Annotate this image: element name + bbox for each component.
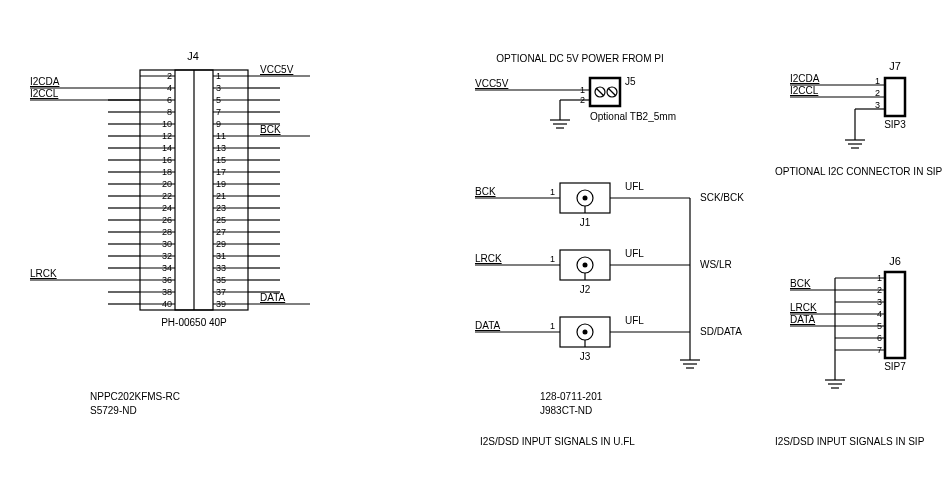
j4-pin-left: 2 xyxy=(167,71,172,81)
j4-pin-right: 13 xyxy=(216,143,226,153)
j4-pin-left: 14 xyxy=(162,143,172,153)
j4-pin-left: 24 xyxy=(162,203,172,213)
j4-pin-left: 10 xyxy=(162,119,172,129)
j5-pin2: 2 xyxy=(580,95,585,105)
j4-block: J4 2143658710912111413161518172019222124… xyxy=(30,50,310,416)
j3-refdes: J3 xyxy=(580,351,591,362)
j7-footprint: SIP3 xyxy=(884,119,906,130)
j4-net-bck: BCK xyxy=(248,124,310,136)
svg-point-109 xyxy=(583,263,588,268)
svg-line-93 xyxy=(608,88,616,96)
j5-refdes: J5 xyxy=(625,76,636,87)
j4-footprint: PH-00650 40P xyxy=(161,317,227,328)
j4-pin-left: 16 xyxy=(162,155,172,165)
j4-pin-left: 38 xyxy=(162,287,172,297)
j4-pin-left: 6 xyxy=(167,95,172,105)
j3-in: DATA xyxy=(475,320,501,331)
svg-point-102 xyxy=(583,196,588,201)
j4-pin-right: 5 xyxy=(216,95,221,105)
j1-refdes: J1 xyxy=(580,217,591,228)
j5-pin1: 1 xyxy=(580,85,585,95)
j4-pin-left: 18 xyxy=(162,167,172,177)
j7-i2ccl: I2CCL xyxy=(790,85,819,96)
svg-rect-127 xyxy=(885,272,905,358)
j4-net-i2ccl: I2CCL xyxy=(30,88,140,100)
svg-text:1: 1 xyxy=(550,254,555,264)
j3-out: SD/DATA xyxy=(700,326,742,337)
svg-text:1: 1 xyxy=(550,321,555,331)
j4-pin-right: 3 xyxy=(216,83,221,93)
svg-text:1: 1 xyxy=(550,187,555,197)
j4-pin-left: 30 xyxy=(162,239,172,249)
j7-i2cda: I2CDA xyxy=(790,73,820,84)
j4-pin-left: 36 xyxy=(162,275,172,285)
j6-bck: BCK xyxy=(790,278,811,289)
j4-pin-right: 31 xyxy=(216,251,226,261)
j5-block: OPTIONAL DC 5V POWER FROM PI VCC5V 1 2 J… xyxy=(475,53,676,128)
j4-pin-right: 37 xyxy=(216,287,226,297)
j2-out: WS/LR xyxy=(700,259,732,270)
j7-refdes: J7 xyxy=(889,60,901,72)
j4-refdes: J4 xyxy=(187,50,199,62)
j7-pin3: 3 xyxy=(875,100,880,110)
j4-vcc5v-label: VCC5V xyxy=(260,64,294,75)
j4-pin-right: 23 xyxy=(216,203,226,213)
j4-pin-right: 33 xyxy=(216,263,226,273)
j6-refdes: J6 xyxy=(889,255,901,267)
j6-footprint: SIP7 xyxy=(884,361,906,372)
j4-pin-right: 17 xyxy=(216,167,226,177)
j2-refdes: J2 xyxy=(580,284,591,295)
ufl-j3: DATA 1 J3 UFL SD/DATA xyxy=(475,315,742,362)
j6-data: DATA xyxy=(790,314,816,325)
j2-in: LRCK xyxy=(475,253,502,264)
j4-pin-right: 15 xyxy=(216,155,226,165)
j4-pin-left: 4 xyxy=(167,83,172,93)
j4-pin-right: 1 xyxy=(216,71,221,81)
j4-net-vcc5v: VCC5V xyxy=(248,64,310,76)
j2-type: UFL xyxy=(625,248,644,259)
j4-pin-right: 7 xyxy=(216,107,221,117)
j6-lrck: LRCK xyxy=(790,302,817,313)
j4-net-i2cda: I2CDA xyxy=(30,76,140,88)
j4-data-label: DATA xyxy=(260,292,286,303)
j4-pin-left: 20 xyxy=(162,179,172,189)
j4-pin-right: 39 xyxy=(216,299,226,309)
j4-pin-left: 28 xyxy=(162,227,172,237)
j5-title: OPTIONAL DC 5V POWER FROM PI xyxy=(496,53,663,64)
j4-lrck-label: LRCK xyxy=(30,268,57,279)
j7-pin2: 2 xyxy=(875,88,880,98)
ground-icon xyxy=(825,380,845,388)
j7-block: J7 1 2 3 I2CDA I2CCL SIP3 OPTIONAL I2C C… xyxy=(775,60,943,177)
j4-i2cda-label: I2CDA xyxy=(30,76,60,87)
ufl-block: BCK 1 J1 UFL SCK/BCK LRCK 1 J2 UFL WS/LR xyxy=(475,181,744,447)
j1-in: BCK xyxy=(475,186,496,197)
j5-footprint: Optional TB2_5mm xyxy=(590,111,676,122)
j4-net-data: DATA xyxy=(248,292,310,304)
j4-i2ccl-label: I2CCL xyxy=(30,88,59,99)
j4-pin-left: 40 xyxy=(162,299,172,309)
j6-block: J6 1234567 BCK LRCK DATA SIP7 I2S/DSD IN… xyxy=(775,255,925,447)
j7-caption: OPTIONAL I2C CONNECTOR IN SIP xyxy=(775,166,943,177)
j4-pin-right: 21 xyxy=(216,191,226,201)
j4-pn1: NPPC202KFMS-RC xyxy=(90,391,180,402)
j4-pin-left: 12 xyxy=(162,131,172,141)
ufl-pn2: J983CT-ND xyxy=(540,405,592,416)
j4-pin-right: 11 xyxy=(216,131,226,141)
j4-pin-right: 19 xyxy=(216,179,226,189)
j7-pin1: 1 xyxy=(875,76,880,86)
ufl-pn1: 128-0711-201 xyxy=(540,391,603,402)
j4-pin-left: 34 xyxy=(162,263,172,273)
j4-pin-right: 35 xyxy=(216,275,226,285)
j4-pin-left: 32 xyxy=(162,251,172,261)
j4-bck-label: BCK xyxy=(260,124,281,135)
ufl-caption: I2S/DSD INPUT SIGNALS IN U.FL xyxy=(480,436,635,447)
j4-pin-left: 22 xyxy=(162,191,172,201)
j4-pin-right: 27 xyxy=(216,227,226,237)
j4-pin-right: 29 xyxy=(216,239,226,249)
svg-point-116 xyxy=(583,330,588,335)
svg-rect-119 xyxy=(885,78,905,116)
j4-pin-left: 26 xyxy=(162,215,172,225)
j4-pn2: S5729-ND xyxy=(90,405,137,416)
j3-type: UFL xyxy=(625,315,644,326)
ground-icon xyxy=(845,140,865,148)
